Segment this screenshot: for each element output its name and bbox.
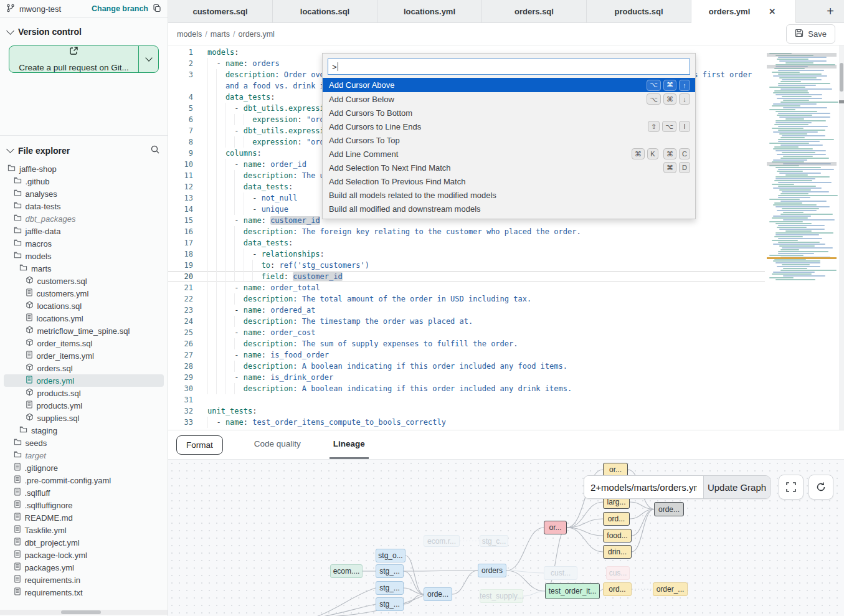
tab-orders-yml[interactable]: orders.yml✕ <box>691 0 796 23</box>
lineage-node-stg_o[interactable]: stg_o... <box>376 549 405 562</box>
palette-item-add-cursors-to-bottom[interactable]: Add Cursors To Bottom <box>323 106 695 120</box>
lineage-node-ord_y[interactable]: ord... <box>603 512 630 526</box>
file-tree-item-.sqlfluffignore[interactable]: .sqlfluffignore <box>4 499 164 511</box>
lineage-node-stg2[interactable]: stg_... <box>376 564 404 578</box>
code-line[interactable]: 18- relationships: <box>168 249 765 260</box>
code-line[interactable]: 24description: The timestamp the order w… <box>168 316 765 327</box>
update-graph-button[interactable]: Update Graph <box>703 476 770 498</box>
palette-item-add-selection-to-previous-find-match[interactable]: Add Selection To Previous Find Match <box>323 174 695 188</box>
file-tree-item-jaffle-data[interactable]: jaffle-data <box>4 225 164 237</box>
palette-item-add-cursor-below[interactable]: Add Cursor Below⌥⌘↓ <box>323 92 695 106</box>
copy-icon[interactable] <box>153 4 161 14</box>
file-tree-item-staging[interactable]: staging <box>4 424 164 437</box>
code-line[interactable]: 17data_tests: <box>168 237 765 249</box>
tab-customers-sql[interactable]: customers.sql <box>168 0 273 22</box>
code-line[interactable]: 21- name: order_total <box>168 282 765 293</box>
minimap[interactable] <box>769 53 834 290</box>
new-tab-button[interactable]: + <box>817 0 844 22</box>
file-tree-item-taskfile.yml[interactable]: Taskfile.yml <box>4 524 164 536</box>
save-button[interactable]: Save <box>786 24 835 44</box>
palette-item-add-cursor-above[interactable]: Add Cursor Above⌥⌘↑ <box>323 78 695 92</box>
file-tree-item-dbt-packages[interactable]: dbt_packages <box>4 212 164 225</box>
file-tree-item-target[interactable]: target <box>4 449 164 462</box>
palette-item-add-line-comment[interactable]: Add Line Comment⌘K⌘C <box>323 147 695 161</box>
lineage-node-stg4[interactable]: stg_... <box>376 597 404 611</box>
scrollbar-handle[interactable] <box>840 63 843 92</box>
code-line[interactable]: 19to: ref('stg_customers') <box>168 260 765 271</box>
file-tree-item-order-items.sql[interactable]: order_items.sql <box>4 337 164 349</box>
change-branch-link[interactable]: Change branch <box>92 4 148 13</box>
code-line[interactable]: 25- name: order_cost <box>168 327 765 338</box>
file-tree-item-packages.yml[interactable]: packages.yml <box>4 561 164 574</box>
palette-item-build-all-models-related-to-the-modified-models[interactable]: Build all models related to the modified… <box>323 188 695 202</box>
lineage-node-cust_f[interactable]: cust... <box>544 566 577 580</box>
code-line[interactable]: 26description: The sum of supply expense… <box>168 338 765 349</box>
search-icon[interactable] <box>150 145 160 156</box>
file-tree-item-customers.yml[interactable]: customers.yml <box>4 287 164 300</box>
code-line[interactable]: 20field: customer_id <box>168 271 765 282</box>
lineage-node-cus_f[interactable]: cus... <box>606 566 630 580</box>
file-tree-item-orders.sql[interactable]: orders.sql <box>4 362 164 374</box>
file-tree-item-.gitignore[interactable]: .gitignore <box>4 462 164 474</box>
breadcrumb-part[interactable]: orders.yml <box>239 30 275 39</box>
code-line[interactable]: 28description: A boolean indicating if t… <box>168 361 765 372</box>
file-tree-item-seeds[interactable]: seeds <box>4 437 164 449</box>
file-tree-item-.pre-commit-config.yaml[interactable]: .pre-commit-config.yaml <box>4 474 164 486</box>
lineage-node-tsupply_f[interactable]: test_supply... <box>480 589 523 603</box>
file-tree-item-.sqlfluff[interactable]: .sqlfluff <box>4 486 164 499</box>
tab-locations-yml[interactable]: locations.yml <box>377 0 482 22</box>
breadcrumb-part[interactable]: models <box>177 30 202 39</box>
code-line[interactable]: 27- name: is_food_order <box>168 349 765 361</box>
file-tree-item-requirements.in[interactable]: requirements.in <box>4 574 164 586</box>
file-tree-item-locations.sql[interactable]: locations.sql <box>4 300 164 312</box>
file-tree-item-readme.md[interactable]: README.md <box>4 511 164 524</box>
lineage-node-drin[interactable]: drin... <box>603 545 632 559</box>
file-tree-item-data-tests[interactable]: data-tests <box>4 200 164 212</box>
code-line[interactable]: 31 <box>168 394 765 405</box>
lineage-selector-input[interactable] <box>584 476 703 498</box>
format-button[interactable]: Format <box>176 435 223 455</box>
lineage-node-ord_l[interactable]: ord... <box>603 582 632 596</box>
lineage-node-food[interactable]: food... <box>603 529 632 543</box>
code-line[interactable]: 32unit_tests: <box>168 405 765 417</box>
file-tree-item-models[interactable]: models <box>4 250 164 262</box>
code-editor[interactable]: 1models:2- name: orders3description: Ord… <box>168 45 844 430</box>
file-tree-item-customers.sql[interactable]: customers.sql <box>4 275 164 287</box>
code-line[interactable]: 29- name: is_drink_order <box>168 372 765 383</box>
lineage-node-orde_g[interactable]: orde... <box>654 502 684 516</box>
breadcrumb-part[interactable]: marts <box>211 30 230 39</box>
file-tree-item-metricflow-time-spine.sql[interactable]: metricflow_time_spine.sql <box>4 325 164 337</box>
file-tree-item-dbt-project.yml[interactable]: dbt_project.yml <box>4 536 164 549</box>
version-control-header[interactable]: Version control <box>0 18 168 43</box>
file-tree-item-analyses[interactable]: analyses <box>4 187 164 200</box>
scrollbar-handle[interactable] <box>61 610 101 614</box>
palette-item-add-cursors-to-top[interactable]: Add Cursors To Top <box>323 133 695 147</box>
lineage-node-orders[interactable]: orders <box>478 564 506 577</box>
file-tree-item-locations.yml[interactable]: locations.yml <box>4 312 164 325</box>
file-tree-item-products.sql[interactable]: products.sql <box>4 387 164 399</box>
file-explorer-header[interactable]: File explorer <box>0 135 168 163</box>
palette-item-add-cursors-to-line-ends[interactable]: Add Cursors to Line Ends⇧⌥I <box>323 120 695 133</box>
lineage-node-stgc_f[interactable]: stg_c... <box>480 535 508 547</box>
palette-item-build-all-modified-and-downstream-models[interactable]: Build all modified and downstream models <box>323 202 695 216</box>
refresh-button[interactable] <box>808 475 833 500</box>
lineage-panel[interactable]: ecom....stg_o...stg_...stg_...stg_...ord… <box>168 459 844 616</box>
code-line[interactable]: 30description: A boolean indicating if t… <box>168 383 765 394</box>
panel-tab-lineage[interactable]: Lineage <box>330 430 369 459</box>
tab-locations-sql[interactable]: locations.sql <box>273 0 377 22</box>
sidebar-horizontal-scrollbar[interactable] <box>0 610 168 615</box>
tab-orders-sql[interactable]: orders.sql <box>482 0 587 22</box>
create-pr-button[interactable]: Create a pull request on Git... <box>9 45 159 73</box>
file-tree-item-order-items.yml[interactable]: order_items.yml <box>4 349 164 362</box>
lineage-node-or_y[interactable]: or... <box>603 463 628 476</box>
code-line[interactable]: 16description: The foreign key relating … <box>168 226 765 237</box>
file-tree-item-marts[interactable]: marts <box>4 262 164 275</box>
file-tree-item-supplies.sql[interactable]: supplies.sql <box>4 412 164 424</box>
lineage-node-stg3[interactable]: stg_... <box>376 581 404 595</box>
fullscreen-button[interactable] <box>779 475 804 500</box>
palette-item-add-selection-to-next-find-match[interactable]: Add Selection To Next Find Match⌘D <box>323 161 695 174</box>
close-icon[interactable]: ✕ <box>766 6 778 17</box>
file-tree-item-macros[interactable]: macros <box>4 237 164 250</box>
code-line[interactable]: 22description: The total amount of the o… <box>168 293 765 305</box>
pr-dropdown-toggle[interactable] <box>138 46 158 72</box>
